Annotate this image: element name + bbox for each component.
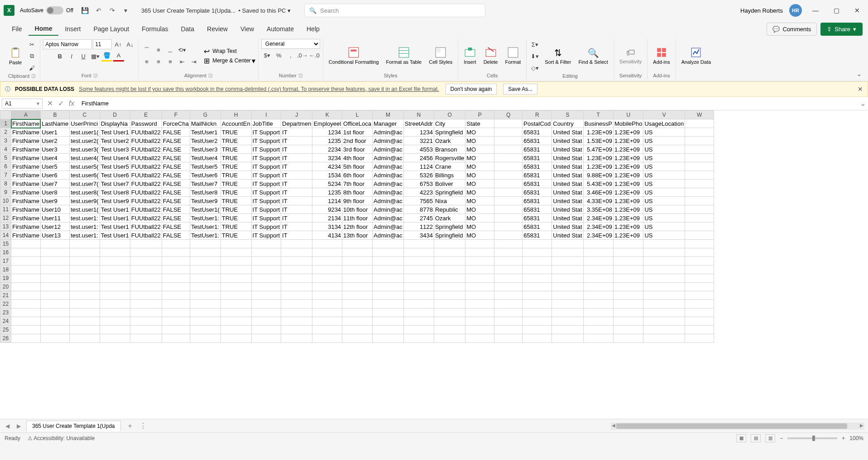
- cell[interactable]: [583, 257, 613, 266]
- cell[interactable]: 2234: [312, 145, 342, 154]
- cell[interactable]: [403, 317, 434, 326]
- cell[interactable]: [342, 334, 373, 343]
- column-header[interactable]: M: [373, 111, 404, 119]
- row-header[interactable]: 10: [0, 197, 11, 205]
- cell[interactable]: [11, 326, 41, 334]
- cell[interactable]: United Stat: [552, 197, 583, 205]
- cell[interactable]: [70, 308, 100, 317]
- cell[interactable]: 4th floor: [342, 154, 373, 162]
- sheet-tab[interactable]: 365 User Create Template 1(Upda: [26, 421, 121, 431]
- column-header[interactable]: S: [552, 111, 583, 119]
- cell[interactable]: 3234: [312, 154, 342, 162]
- cell[interactable]: 4223: [403, 188, 434, 197]
- column-header[interactable]: Q: [494, 111, 523, 119]
- cell[interactable]: [685, 171, 714, 180]
- cell[interactable]: United Stat: [552, 180, 583, 188]
- cell[interactable]: [685, 334, 714, 343]
- border-button[interactable]: ▦▾: [90, 51, 101, 62]
- cell[interactable]: IT Support: [251, 128, 281, 137]
- accounting-format-icon[interactable]: $▾: [262, 50, 273, 61]
- cell[interactable]: [523, 274, 552, 283]
- cell[interactable]: [11, 248, 41, 257]
- close-button[interactable]: ✕: [850, 3, 864, 18]
- cell[interactable]: Rogersville: [434, 154, 465, 162]
- cell[interactable]: [373, 326, 404, 334]
- cell[interactable]: US: [643, 154, 685, 162]
- cell[interactable]: IT Support: [251, 171, 281, 180]
- cell[interactable]: [685, 257, 714, 266]
- cell[interactable]: [162, 291, 190, 300]
- cell[interactable]: [40, 266, 69, 274]
- cell[interactable]: [221, 240, 251, 248]
- cell[interactable]: FirstName: [11, 145, 41, 154]
- cell[interactable]: User8: [40, 188, 69, 197]
- cell[interactable]: 1.23E+09: [614, 231, 643, 240]
- cell[interactable]: FUUtball22: [130, 205, 162, 214]
- cell[interactable]: [523, 257, 552, 266]
- normal-view-button[interactable]: ▦: [736, 434, 746, 442]
- row-header[interactable]: 1: [0, 119, 11, 128]
- cell[interactable]: [312, 248, 342, 257]
- cell[interactable]: United Stat: [552, 145, 583, 154]
- cell[interactable]: [342, 266, 373, 274]
- cell[interactable]: FUUtball22: [130, 154, 162, 162]
- cell[interactable]: [11, 283, 41, 291]
- cell[interactable]: FUUtball22: [130, 197, 162, 205]
- cell[interactable]: [403, 240, 434, 248]
- save-as-button[interactable]: Save As...: [503, 84, 537, 95]
- cell[interactable]: MO: [465, 197, 494, 205]
- cell[interactable]: [434, 300, 465, 308]
- cell[interactable]: [403, 257, 434, 266]
- cell[interactable]: [465, 291, 494, 300]
- cell[interactable]: [643, 317, 685, 326]
- cell[interactable]: IT: [281, 214, 312, 223]
- cell[interactable]: FirstName: [11, 223, 41, 231]
- cell[interactable]: IT: [281, 154, 312, 162]
- cell[interactable]: MO: [465, 214, 494, 223]
- cell[interactable]: [100, 300, 130, 308]
- fill-icon[interactable]: ⬇▾: [529, 51, 540, 62]
- cell[interactable]: User7: [40, 180, 69, 188]
- cell[interactable]: [643, 283, 685, 291]
- cell[interactable]: United Stat: [552, 154, 583, 162]
- cell[interactable]: Admin@ac: [373, 188, 404, 197]
- decrease-indent-icon[interactable]: ⇤: [177, 57, 187, 67]
- cell[interactable]: IT: [281, 231, 312, 240]
- cell[interactable]: [312, 317, 342, 326]
- cell[interactable]: [11, 274, 41, 283]
- conditional-formatting-button[interactable]: Conditional Formatting: [326, 45, 382, 66]
- cell[interactable]: [11, 266, 41, 274]
- comma-format-icon[interactable]: ,: [285, 50, 296, 61]
- cell[interactable]: [281, 248, 312, 257]
- cell[interactable]: [552, 317, 583, 326]
- cell[interactable]: 1.23E+09: [614, 128, 643, 137]
- cell[interactable]: [552, 257, 583, 266]
- cell[interactable]: Billings: [434, 171, 465, 180]
- cell[interactable]: IT Support: [251, 223, 281, 231]
- cell[interactable]: [130, 274, 162, 283]
- cell[interactable]: [162, 266, 190, 274]
- cell[interactable]: FALSE: [162, 171, 190, 180]
- cell[interactable]: [373, 308, 404, 317]
- cell[interactable]: [465, 317, 494, 326]
- cell[interactable]: FirstName: [11, 188, 41, 197]
- cell[interactable]: IT: [281, 180, 312, 188]
- cell[interactable]: 1.23E+09: [614, 180, 643, 188]
- cell[interactable]: [614, 240, 643, 248]
- increase-font-icon[interactable]: A↑: [113, 39, 124, 50]
- cell[interactable]: 6753: [403, 180, 434, 188]
- cell[interactable]: 8778: [403, 205, 434, 214]
- cell[interactable]: [465, 326, 494, 334]
- cell[interactable]: 65831: [523, 145, 552, 154]
- cell[interactable]: [251, 257, 281, 266]
- row-header[interactable]: 16: [0, 248, 11, 257]
- cell[interactable]: [281, 300, 312, 308]
- font-name-combo[interactable]: [43, 39, 92, 49]
- cell[interactable]: User13: [40, 231, 69, 240]
- sheet-nav-prev-icon[interactable]: ◀: [4, 423, 11, 429]
- cell[interactable]: [130, 291, 162, 300]
- cell[interactable]: [342, 300, 373, 308]
- cell[interactable]: Admin@ac: [373, 162, 404, 171]
- cell[interactable]: TestUser1:: [190, 223, 221, 231]
- share-button[interactable]: ⇪ Share ▾: [820, 23, 863, 36]
